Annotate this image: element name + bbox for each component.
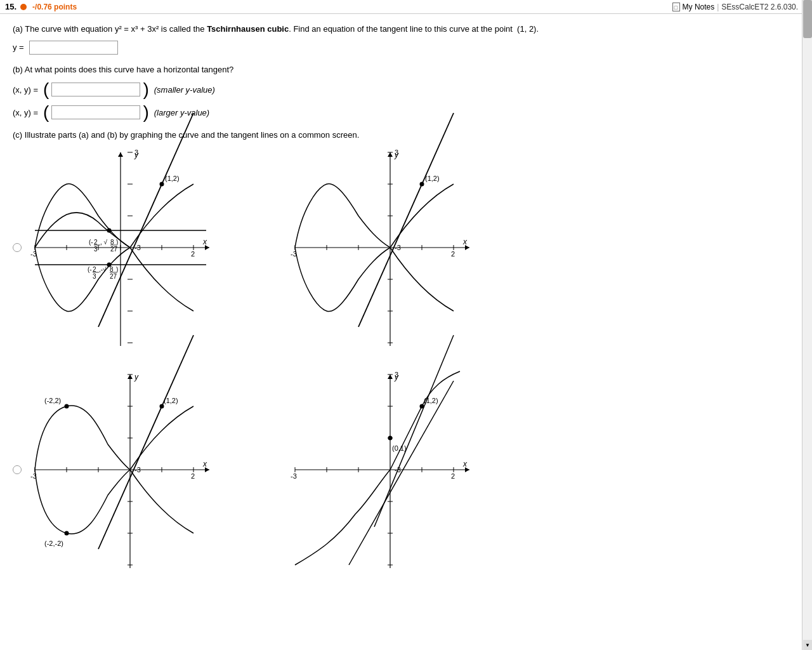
coord-input-smaller[interactable]: [51, 83, 140, 96]
svg-text:y: y: [134, 373, 139, 381]
graph-2: x y -3 2 3 -3: [285, 146, 476, 349]
svg-text:(0,1): (0,1): [392, 444, 407, 452]
graph-wrapper-2: x y -3 2 3 -3: [254, 146, 476, 349]
page-icon: □: [672, 3, 680, 11]
right-paren-2: ): [143, 103, 148, 121]
svg-line-81: [98, 335, 193, 549]
left-paren-2: (: [43, 103, 49, 121]
svg-text:3: 3: [134, 149, 138, 156]
svg-text:): ): [116, 266, 118, 273]
svg-text:3: 3: [94, 246, 98, 253]
main-content: (a) The curve with equation y² = x³ + 3x…: [0, 14, 787, 580]
svg-marker-85: [388, 375, 393, 379]
svg-text:8: 8: [110, 266, 114, 273]
graphs-section: x y -3 2 3 -3: [13, 146, 774, 571]
points-badge: -/0.76 points: [32, 3, 77, 11]
radio-graph-3[interactable]: [13, 465, 22, 474]
problem-number: 15.: [5, 2, 16, 11]
svg-text:(1,2): (1,2): [425, 175, 440, 182]
point-htop-graph1: [107, 229, 112, 233]
part-a-label: (a) The curve with equation y² = x³ + 3x…: [13, 24, 539, 34]
coord-input-larger[interactable]: [51, 105, 140, 119]
graph-wrapper-1: x y -3 2 3 -3: [13, 146, 216, 349]
graph-svg-2: x y -3 2 3 -3: [285, 146, 476, 349]
svg-line-104: [349, 381, 454, 565]
svg-text:2: 2: [191, 250, 195, 258]
svg-text:8: 8: [110, 239, 114, 246]
svg-point-77: [65, 531, 69, 536]
coord-row-smaller: (x, y) = ( ) (smaller y-value): [13, 81, 774, 98]
graphs-row-1: x y -3 2 3 -3: [13, 146, 774, 349]
svg-text:2: 2: [191, 472, 195, 480]
smaller-y-label: (smaller y-value): [154, 85, 215, 95]
svg-point-53: [420, 182, 424, 187]
radio-graph-1[interactable]: [13, 243, 22, 252]
graph-wrapper-4: x y -3 2 3 -3: [254, 368, 476, 571]
xy-label-2: (x, y) =: [13, 108, 38, 117]
graph-1: x y -3 2 3 -3: [25, 146, 216, 349]
tangent-line-1: [98, 113, 193, 327]
scroll-thumb[interactable]: [803, 0, 812, 38]
svg-point-75: [65, 404, 69, 409]
graph-svg-1: x y -3 2 3 -3: [25, 146, 216, 349]
scrollbar[interactable]: ▲ ▼: [802, 0, 812, 650]
course-code: SEssCalcET2 2.6.030.: [721, 3, 798, 11]
separator: |: [717, 3, 719, 11]
part-a-input[interactable]: [29, 41, 118, 55]
curve-lower-right-1: [130, 248, 193, 311]
svg-text:27: 27: [110, 273, 117, 280]
graph-svg-4: x y -3 2 3 -3: [285, 368, 476, 571]
graphs-row-2: x y -3 2 -3: [13, 368, 774, 571]
svg-line-103: [374, 335, 454, 527]
svg-text:x: x: [462, 460, 468, 468]
y-equals-label: y =: [13, 43, 24, 52]
y-arrow: [118, 152, 123, 157]
label-1-2-g1: (1,2): [165, 175, 180, 182]
svg-text:(-: (-: [88, 266, 92, 273]
svg-text:27: 27: [110, 246, 118, 253]
part-c-description: (c) Illustrate parts (a) and (b) by grap…: [13, 130, 774, 140]
part-b-section: (b) At what points does this curve have …: [13, 63, 774, 122]
svg-point-106: [388, 436, 393, 441]
part-a-description: (a) The curve with equation y² = x³ + 3x…: [13, 23, 774, 36]
label-2-3-g1: (-: [89, 239, 93, 246]
svg-text:3: 3: [395, 149, 398, 156]
svg-text:2: 2: [93, 266, 96, 273]
svg-marker-58: [128, 375, 133, 379]
curve-upper-loop-1: [35, 183, 130, 248]
svg-text:2: 2: [451, 472, 455, 480]
top-bar: 15. -/0.76 points □ My Notes | SEssCalcE…: [0, 0, 812, 14]
svg-text:(-2,-2): (-2,-2): [44, 540, 63, 547]
svg-line-52: [358, 113, 454, 327]
svg-text:2: 2: [451, 250, 455, 258]
my-notes-link[interactable]: My Notes: [683, 3, 715, 11]
svg-text:x: x: [462, 237, 468, 246]
svg-text:x: x: [202, 460, 207, 468]
svg-text:3: 3: [395, 371, 398, 378]
svg-marker-34: [388, 152, 393, 157]
xy-label-1: (x, y) =: [13, 85, 38, 95]
part-b-description: (b) At what points does this curve have …: [13, 63, 774, 76]
scroll-down-button[interactable]: ▼: [803, 640, 812, 650]
svg-text:, √: , √: [100, 239, 108, 246]
svg-text:(1,2): (1,2): [424, 397, 438, 404]
graph-4: x y -3 2 3 -3: [285, 368, 476, 571]
graph-svg-3: x y -3 2 -3: [25, 368, 216, 571]
x-label-1: x: [202, 237, 207, 246]
svg-text:): ): [116, 239, 118, 246]
svg-point-105: [420, 404, 424, 409]
topbar-right: □ My Notes | SEssCalcET2 2.6.030. ▲: [672, 3, 807, 11]
svg-text:3: 3: [93, 273, 96, 280]
bold-name: Tschirnhausen cubic: [207, 24, 289, 34]
left-paren-1: (: [43, 81, 49, 98]
curve-upper-right-1: [130, 184, 193, 248]
points-dot-icon: [20, 4, 27, 10]
part-a-answer-row: y =: [13, 41, 774, 55]
larger-y-label: (larger y-value): [154, 108, 209, 117]
label-2-3-g1b: 2: [94, 239, 98, 246]
point-1-2-graph1: [160, 182, 164, 187]
svg-text:-3: -3: [291, 472, 297, 480]
topbar-left: 15. -/0.76 points: [5, 2, 77, 11]
svg-text:,-√: ,-√: [99, 266, 107, 273]
graph-3: x y -3 2 -3: [25, 368, 216, 571]
